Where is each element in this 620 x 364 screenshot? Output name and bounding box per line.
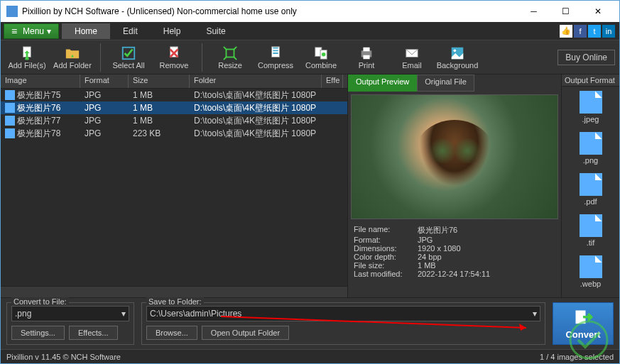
format-tif[interactable]: .tif [562, 210, 619, 251]
format-pdf[interactable]: .pdf [562, 169, 619, 210]
convert-button[interactable]: Convert [553, 302, 614, 345]
print-button[interactable]: Print [344, 41, 388, 74]
tab-suite[interactable]: Suite [193, 23, 238, 39]
status-version: Pixillion v 11.45 © NCH Software [6, 353, 121, 361]
convert-format-select[interactable]: .png▾ [11, 306, 129, 321]
file-icon [5, 103, 15, 113]
output-format-header: Output Format [562, 75, 619, 87]
facebook-icon[interactable]: f [574, 25, 587, 38]
format-png[interactable]: .png [562, 128, 619, 169]
tab-home[interactable]: Home [62, 23, 110, 39]
remove-button[interactable]: Remove [152, 41, 196, 74]
list-header: Image Format Size Folder Effe [1, 75, 347, 89]
minimize-button[interactable]: ─ [518, 1, 550, 22]
buy-online-button[interactable]: Buy Online [558, 50, 615, 65]
thumbsup-icon[interactable]: 👍 [560, 25, 572, 38]
background-button[interactable]: Background [435, 41, 479, 74]
compress-button[interactable]: Compress [254, 41, 298, 74]
output-format-panel: Output Format .jpeg .png .pdf .tif .webp [561, 75, 619, 297]
browse-button[interactable]: Browse... [146, 326, 197, 340]
email-button[interactable]: Email [390, 41, 434, 74]
file-icon [580, 132, 602, 155]
select-all-button[interactable]: Select All [107, 41, 151, 74]
titlebar: Pixillion by NCH Software - (Unlicensed)… [1, 1, 619, 22]
preview-info: File name:极光图片76 Format:JPG Dimensions:1… [348, 222, 561, 281]
horizontal-scrollbar[interactable] [1, 286, 347, 297]
file-list[interactable]: 极光图片75JPG1 MBD:\tools\桌面\4K壁纸图片 1080P 极光… [1, 89, 347, 286]
header-folder[interactable]: Folder [190, 75, 322, 88]
svg-rect-9 [363, 47, 369, 51]
file-icon [580, 255, 602, 278]
header-effects[interactable]: Effe [322, 75, 343, 88]
format-jpeg[interactable]: .jpeg [562, 87, 619, 128]
file-icon [5, 128, 15, 138]
file-icon [580, 214, 602, 237]
tab-edit[interactable]: Edit [110, 23, 151, 39]
preview-image [351, 94, 558, 219]
twitter-icon[interactable]: t [588, 25, 601, 38]
chevron-down-icon: ▾ [533, 309, 537, 319]
maximize-button[interactable]: ☐ [550, 1, 582, 22]
window-title: Pixillion by NCH Software - (Unlicensed)… [22, 6, 518, 16]
save-to-group: Save to Folder: C:\Users\admin\Pictures▾… [141, 302, 545, 345]
header-format[interactable]: Format [80, 75, 129, 88]
menubar: Menu▾ Home Edit Help Suite 👍 f t in [1, 22, 619, 40]
save-folder-select[interactable]: C:\Users\admin\Pictures▾ [146, 306, 540, 321]
format-webp[interactable]: .webp [562, 251, 619, 292]
file-icon [5, 116, 15, 126]
close-button[interactable]: ✕ [582, 1, 614, 22]
add-files-button[interactable]: Add File(s) [5, 41, 49, 74]
status-selection: 1 / 4 images selected [540, 353, 614, 361]
effects-button[interactable]: Effects... [69, 326, 118, 340]
convert-to-group: Convert to File: .png▾ Settings... Effec… [6, 302, 134, 345]
table-row[interactable]: 极光图片77JPG1 MBD:\tools\桌面\4K壁纸图片 1080P [1, 114, 347, 127]
header-image[interactable]: Image [1, 75, 80, 88]
file-icon [5, 90, 15, 100]
preview-panel: Output Preview Original File File name:极… [348, 75, 561, 297]
tab-help[interactable]: Help [151, 23, 194, 39]
svg-point-7 [322, 53, 326, 57]
resize-button[interactable]: Resize [208, 41, 252, 74]
menu-button[interactable]: Menu▾ [4, 23, 59, 39]
table-row[interactable]: 极光图片75JPG1 MBD:\tools\桌面\4K壁纸图片 1080P [1, 89, 347, 101]
table-row[interactable]: 极光图片76JPG1 MBD:\tools\桌面\4K壁纸图片 1080P [1, 101, 347, 114]
svg-point-13 [454, 49, 457, 52]
hamburger-icon [11, 26, 20, 37]
tab-output-preview[interactable]: Output Preview [348, 75, 417, 92]
add-folder-button[interactable]: Add Folder [50, 41, 94, 74]
svg-rect-10 [363, 55, 369, 59]
status-bar: Pixillion v 11.45 © NCH Software 1 / 4 i… [1, 349, 619, 363]
table-row[interactable]: 极光图片78JPG223 KBD:\tools\桌面\4K壁纸图片 1080P [1, 127, 347, 140]
combine-button[interactable]: Combine [299, 41, 343, 74]
tab-original-file[interactable]: Original File [417, 75, 474, 92]
chevron-down-icon: ▾ [121, 309, 126, 319]
header-size[interactable]: Size [129, 75, 190, 88]
linkedin-icon[interactable]: in [602, 25, 615, 38]
social-links: 👍 f t in [560, 25, 619, 38]
open-output-folder-button[interactable]: Open Output Folder [202, 326, 289, 340]
file-icon [580, 173, 602, 196]
svg-rect-3 [227, 49, 234, 57]
app-icon [6, 6, 18, 17]
settings-button[interactable]: Settings... [11, 326, 65, 340]
toolbar: Add File(s) Add Folder Select All Remove… [1, 40, 619, 75]
file-icon [580, 91, 602, 114]
